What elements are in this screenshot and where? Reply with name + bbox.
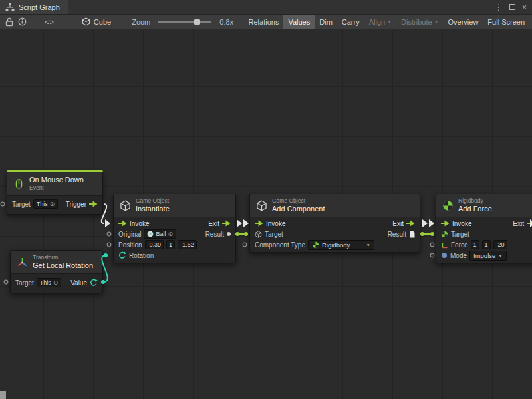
panel-resize-handle[interactable] [0, 391, 6, 399]
position-x-field[interactable]: -0.39 [145, 240, 164, 249]
titlebar: Script Graph ⋮ × [0, 0, 532, 15]
maximize-icon[interactable] [509, 4, 515, 10]
chevron-down-icon: ▼ [366, 243, 370, 247]
result-doc-icon[interactable] [409, 231, 415, 238]
node-get-local-rotation[interactable]: Transform Get Local Rotation Target This… [10, 250, 103, 293]
target-object-field[interactable]: This ⊙ [37, 278, 62, 287]
value-port-dot[interactable] [430, 232, 434, 236]
flow-port-triangle[interactable] [237, 219, 242, 227]
overview-button[interactable]: Overview [444, 15, 483, 29]
value-port-circle[interactable] [1, 202, 5, 206]
port-trigger-label: Trigger [66, 201, 86, 208]
lock-icon[interactable] [5, 17, 13, 27]
node-header: Rigidbody Add Force [436, 194, 532, 217]
graph-object-name: Cube [94, 18, 111, 26]
enum-icon [441, 252, 448, 259]
object-picker-icon[interactable]: ⊙ [50, 201, 55, 207]
info-icon[interactable] [18, 17, 27, 26]
rotation-icon[interactable] [90, 279, 98, 287]
flow-port-triangle[interactable] [429, 219, 434, 227]
node-instantiate[interactable]: Game Object Instantiate Invoke Exit Orig… [113, 194, 236, 263]
tab-script-graph[interactable]: Script Graph [0, 0, 68, 14]
port-invoke-label: Invoke [452, 220, 471, 227]
force-y-field[interactable]: 1 [482, 240, 491, 249]
port-invoke-label: Invoke [266, 220, 285, 227]
node-category: Game Object [136, 198, 170, 205]
node-title: Add Component [272, 205, 325, 213]
value-port-dot[interactable] [420, 232, 424, 236]
dim-button[interactable]: Dim [315, 15, 337, 29]
flow-port-triangle[interactable] [105, 219, 110, 227]
force-z-field[interactable]: -20 [493, 240, 507, 249]
node-header: Transform Get Local Rotation [11, 251, 102, 274]
graph-object[interactable]: Cube [82, 17, 111, 26]
window-controls: ⋮ × [495, 0, 532, 14]
value-port-circle[interactable] [107, 232, 111, 236]
node-category: Rigidbody [458, 198, 492, 205]
object-picker-icon[interactable]: ⊙ [168, 231, 173, 237]
port-force-label: Force [451, 241, 468, 249]
values-button[interactable]: Values [283, 15, 315, 29]
carry-button[interactable]: Carry [337, 15, 364, 29]
port-value-label: Value [70, 279, 87, 287]
value-port-dot[interactable] [244, 232, 248, 236]
object-picker-icon[interactable]: ⊙ [53, 279, 59, 286]
node-add-component[interactable]: Game Object Add Component Invoke Exit Ta… [249, 194, 420, 253]
component-type-dropdown[interactable]: Rigidbody ▼ [308, 240, 374, 250]
value-port-circle[interactable] [107, 243, 111, 247]
port-result-label: Result [205, 231, 224, 238]
rotation-icon [118, 251, 126, 259]
flow-arrow-icon[interactable] [89, 201, 98, 207]
node-add-force[interactable]: Rigidbody Add Force Invoke Exit Target [436, 194, 532, 263]
node-title: Add Force [458, 205, 492, 213]
zoom-slider[interactable] [158, 17, 211, 27]
node-on-mouse-down[interactable]: On Mouse Down Event Target This ⊙ Trigge… [7, 170, 103, 215]
target-object-field[interactable]: This ⊙ [33, 200, 59, 209]
value-port-dot[interactable] [104, 253, 108, 257]
position-y-field[interactable]: 1 [166, 240, 175, 249]
flow-port-triangle[interactable] [422, 219, 428, 227]
port-rotation-label: Rotation [129, 252, 154, 259]
chevron-down-icon: ▼ [387, 19, 392, 24]
port-original-label: Original [118, 231, 141, 238]
position-z-field[interactable]: -1.62 [178, 240, 197, 249]
game-object-icon [120, 200, 131, 211]
flow-arrow-icon[interactable] [406, 220, 415, 227]
flow-arrow-icon[interactable] [255, 220, 263, 227]
flow-port-triangle[interactable] [243, 219, 249, 227]
rigidbody-mini-icon [441, 231, 448, 238]
flow-arrow-icon[interactable] [441, 220, 450, 227]
close-icon[interactable]: × [522, 3, 527, 12]
value-port-circle[interactable] [430, 253, 434, 257]
force-x-field[interactable]: 1 [471, 240, 479, 249]
menu-dots-icon[interactable]: ⋮ [495, 3, 503, 12]
flow-arrow-icon[interactable] [527, 220, 532, 227]
port-component-type-label: Component Type [255, 241, 305, 249]
axes-icon [441, 241, 448, 249]
port-target-label: Target [15, 279, 34, 287]
original-object-field[interactable]: Ball ⊙ [144, 229, 176, 239]
value-port-circle[interactable] [430, 243, 434, 247]
result-dot-icon[interactable] [227, 232, 231, 236]
flow-arrow-icon[interactable] [118, 220, 127, 227]
node-category: Transform [33, 254, 93, 261]
node-title: Get Local Rotation [33, 261, 93, 270]
distribute-dropdown-button[interactable]: Distribute▼ [396, 15, 443, 29]
rigidbody-icon [312, 241, 319, 249]
graph-canvas[interactable]: On Mouse Down Event Target This ⊙ Trigge… [0, 30, 532, 399]
flow-arrow-icon[interactable] [222, 220, 231, 227]
align-dropdown-button[interactable]: Align▼ [364, 15, 396, 29]
graph-toolbar: <> Cube Zoom 0.8x Relations Values Dim C… [0, 15, 532, 29]
ball-icon [147, 231, 154, 237]
value-port-circle[interactable] [243, 243, 247, 247]
code-icon[interactable]: <> [45, 18, 55, 26]
value-port-circle[interactable] [4, 280, 8, 284]
relations-button[interactable]: Relations [244, 15, 284, 29]
fullscreen-button[interactable]: Full Screen [483, 15, 529, 29]
zoom-slider-handle[interactable] [194, 19, 200, 25]
script-graph-icon [5, 3, 15, 11]
toolbar-buttons: Relations Values Dim Carry Align▼ Distri… [244, 15, 529, 29]
node-title: On Mouse Down [29, 176, 84, 184]
mode-dropdown[interactable]: Impulse ▼ [469, 251, 507, 261]
port-exit-label: Exit [392, 220, 404, 227]
